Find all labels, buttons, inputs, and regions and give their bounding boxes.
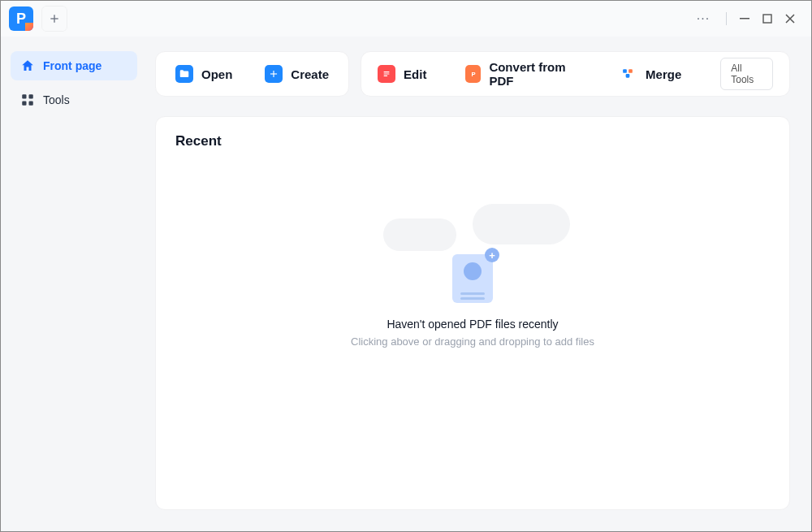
svg-rect-2 (22, 94, 26, 98)
empty-state-title: Haven't opened PDF files recently (387, 318, 558, 331)
plus-square-icon (265, 65, 283, 83)
sidebar-item-front-page[interactable]: Front page (11, 51, 137, 80)
primary-actions-card: Open Create (155, 51, 349, 97)
empty-pdf-icon: + (452, 254, 493, 303)
open-button[interactable]: Open (175, 65, 232, 83)
titlebar: P ··· (1, 1, 811, 37)
action-label: Open (201, 67, 232, 81)
sidebar-item-tools[interactable]: Tools (11, 85, 137, 115)
empty-drop-area[interactable]: + Haven't opened PDF files recently Clic… (175, 149, 770, 493)
app-logo-letter: P (16, 11, 26, 28)
minimize-button[interactable] (733, 7, 756, 30)
svg-rect-3 (29, 94, 33, 98)
client-area: Front page Tools Open Create (1, 37, 811, 531)
cloud-decoration (383, 194, 562, 251)
convert-icon: P (465, 65, 481, 83)
folder-icon (175, 65, 193, 83)
action-label: Convert from PDF (489, 60, 579, 88)
minimize-icon (740, 14, 749, 24)
more-menu-button[interactable]: ··· (692, 7, 715, 30)
secondary-actions-card: Edit P Convert from PDF (361, 51, 790, 97)
app-logo-icon: P (9, 6, 33, 31)
maximize-icon (762, 14, 772, 24)
all-tools-label: All Tools (731, 63, 754, 85)
svg-rect-5 (29, 102, 33, 106)
svg-rect-10 (626, 74, 630, 78)
svg-rect-9 (628, 69, 633, 73)
home-icon (20, 58, 35, 73)
recent-heading: Recent (175, 133, 770, 149)
convert-button[interactable]: P Convert from PDF (465, 60, 579, 88)
close-icon (785, 14, 795, 24)
action-label: Merge (646, 67, 681, 81)
close-button[interactable] (779, 7, 801, 30)
svg-rect-4 (22, 102, 26, 106)
sidebar-item-label: Tools (43, 93, 70, 106)
merge-button[interactable]: Merge (618, 65, 681, 83)
grid-icon (20, 93, 35, 107)
sidebar: Front page Tools (1, 37, 147, 531)
merge-icon (618, 65, 637, 83)
new-tab-button[interactable] (41, 6, 67, 32)
svg-rect-8 (623, 69, 627, 73)
maximize-button[interactable] (756, 7, 779, 30)
svg-rect-0 (740, 18, 749, 19)
recent-panel: Recent + Haven't opened PDF files recent… (155, 116, 790, 510)
svg-rect-1 (763, 15, 771, 23)
empty-state-subtitle: Clicking above or dragging and dropping … (351, 335, 594, 348)
create-button[interactable]: Create (265, 65, 329, 83)
action-label: Create (291, 67, 329, 81)
edit-doc-icon (378, 65, 395, 83)
action-label: Edit (404, 67, 426, 81)
toolbar-row: Open Create Edit P (155, 51, 790, 97)
main-area: Open Create Edit P (147, 37, 811, 531)
svg-text:P: P (471, 71, 475, 78)
titlebar-separator (726, 12, 727, 25)
edit-button[interactable]: Edit (378, 65, 426, 83)
all-tools-button[interactable]: All Tools (720, 58, 773, 90)
sidebar-item-label: Front page (43, 59, 102, 72)
add-plus-icon: + (485, 248, 499, 262)
plus-icon (48, 12, 61, 25)
